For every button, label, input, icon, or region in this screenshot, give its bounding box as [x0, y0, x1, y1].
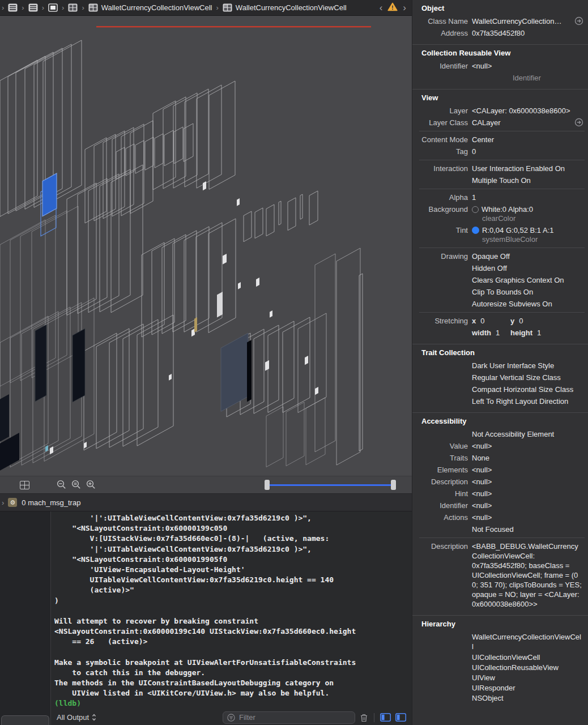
- value-line: Identifier: [472, 72, 582, 84]
- stretch-value: 1: [537, 329, 541, 337]
- disclosure-arrow-button[interactable]: [574, 16, 583, 25]
- inspector-row-label: Description: [417, 476, 468, 488]
- output-scope-selector[interactable]: All Output: [57, 713, 96, 722]
- breadcrumb-separator: ›: [22, 3, 24, 12]
- inspector-section-object: ObjectClass NameWalletCurrencyCollection…: [412, 0, 588, 44]
- inspector-row-value: Clip To Bounds On: [472, 286, 582, 298]
- clear-console-button[interactable]: [360, 713, 368, 722]
- warning-icon[interactable]: [387, 2, 398, 13]
- range-slider-right-handle[interactable]: [391, 480, 396, 490]
- value-line: Regular Vertical Size Class: [472, 372, 582, 383]
- inspector-row-value: width1height1: [472, 327, 582, 339]
- value-text: Hidden Off: [472, 264, 507, 272]
- jumpbar-crumb[interactable]: [48, 3, 58, 12]
- variables-view[interactable]: [0, 511, 51, 725]
- jumpbar-crumb[interactable]: [28, 3, 38, 12]
- value-text: Multiple Touch On: [472, 176, 531, 185]
- value-line: Multiple Touch On: [472, 174, 582, 186]
- row-divider: [419, 538, 585, 538]
- view-hierarchy-3d-wireframe[interactable]: [0, 16, 412, 476]
- zoom-out-button[interactable]: [54, 478, 69, 492]
- inspector-row-value: Hidden Off: [472, 262, 582, 274]
- forward-button[interactable]: ›: [403, 3, 406, 12]
- filter-input[interactable]: [238, 713, 351, 722]
- console-line: to catch this in the debugger.: [54, 668, 410, 678]
- inspector-row: Identifier<null>: [417, 500, 585, 511]
- zoom-actual-size-button[interactable]: [69, 478, 84, 492]
- console-output[interactable]: '|':UITableViewCellContentView:0x7fa35d6…: [51, 511, 412, 710]
- inspector-row: Tag0: [417, 146, 585, 157]
- inspector-row-label: [417, 383, 468, 395]
- stack-frame-label[interactable]: 0 mach_msg_trap: [22, 498, 80, 507]
- inspector-row-value: x0y0: [472, 315, 582, 327]
- jumpbar-crumb[interactable]: WalletCurrencyCollectionViewCell: [88, 3, 212, 12]
- jumpbar-crumb[interactable]: WalletCurrencyCollectionViewCell: [223, 3, 347, 12]
- breadcrumb-separator: ›: [2, 3, 4, 12]
- inspector-row-value: Multiple Touch On: [472, 174, 582, 186]
- bottom-bar-divider: [374, 713, 374, 722]
- disclosure-chevron[interactable]: ›: [2, 498, 4, 507]
- visible-range-slider[interactable]: [265, 480, 396, 490]
- value-line: Center: [472, 134, 582, 146]
- variables-view-bottom-panel[interactable]: [1, 715, 49, 725]
- inspector-row-label: [417, 523, 468, 535]
- console-line: [54, 606, 410, 616]
- section-title: Hierarchy: [421, 619, 585, 630]
- value-text: 0x7fa35d452f80: [472, 29, 525, 37]
- inspector-row: Clears Graphics Context On: [417, 274, 585, 286]
- view-mode-button[interactable]: [17, 478, 32, 492]
- jumpbar-crumb[interactable]: [68, 3, 78, 12]
- inspector-row-value: <null>: [472, 440, 582, 452]
- console-line: "<NSLayoutConstraint:0x6000019905f0: [54, 555, 410, 565]
- value-text: <CALayer: 0x6000038e8600>: [472, 106, 570, 115]
- inspector-row-label: [417, 395, 468, 407]
- jumpbar-crumb[interactable]: [8, 3, 18, 12]
- console-line: V:[UIStackView:0x7fa35d660ec0]-(8)-| (ac…: [54, 534, 410, 544]
- row-divider: [419, 248, 585, 248]
- range-slider-left-handle[interactable]: [265, 480, 270, 490]
- value-text: <null>: [472, 477, 492, 486]
- inspector-row: UICollectionReusableView: [417, 663, 585, 673]
- value-text: UIView: [472, 673, 495, 682]
- section-title: View: [421, 92, 585, 104]
- inspector-row-label: Tint: [417, 224, 468, 245]
- inspector-row: DrawingOpaque Off: [417, 250, 585, 262]
- inspector-row: InteractionUser Interaction Enabled On: [417, 163, 585, 174]
- inspector-row: Regular Vertical Size Class: [417, 372, 585, 383]
- inspector-row-label: Elements: [417, 464, 468, 476]
- inspector-row-value: Not Accessibility Element: [472, 428, 582, 440]
- selected-view[interactable]: [42, 173, 57, 216]
- inspector-row-label: [417, 72, 468, 84]
- inspector-row-value: UICollectionViewCell: [472, 652, 582, 663]
- value-line: CALayer: [472, 117, 582, 129]
- row-divider: [419, 131, 585, 131]
- row-divider: [419, 189, 585, 189]
- console-line: UITableViewCellContentView:0x7fa35d6219c…: [54, 575, 410, 585]
- value-text: <null>: [472, 62, 492, 70]
- value-text: <null>: [472, 501, 492, 510]
- jumpbar-crumb-label: WalletCurrencyCollectionViewCell: [236, 3, 347, 12]
- inspector-row-label: [417, 286, 468, 298]
- toggle-variables-view-button[interactable]: [380, 713, 391, 722]
- inspector-row-label: [417, 360, 468, 372]
- console-filter-field[interactable]: [223, 711, 355, 724]
- inspector-row: Autoresize Subviews On: [417, 298, 585, 310]
- disclosure-arrow-button[interactable]: [574, 118, 583, 127]
- toggle-console-view-button[interactable]: [395, 713, 406, 722]
- inspector-row-value: Autoresize Subviews On: [472, 298, 582, 310]
- zoom-in-button[interactable]: [84, 478, 99, 492]
- value-line: User Interaction Enabled On: [472, 163, 582, 174]
- stretch-value: 0: [480, 317, 484, 325]
- inspector-row: Multiple Touch On: [417, 174, 585, 186]
- inspector-row: Content ModeCenter: [417, 134, 585, 146]
- view-debugger-canvas[interactable]: [0, 16, 412, 476]
- console-line: "<NSLayoutConstraint:0x60000199c050: [54, 523, 410, 534]
- inspector-row: Layer ClassCALayer: [417, 117, 585, 129]
- inspector-row-value: 0x7fa35d452f80: [472, 27, 582, 39]
- value-text: R:0,04 G:0,52 B:1 A:1: [482, 226, 553, 234]
- inspector-row-value: NSObject: [472, 693, 582, 703]
- console-line: (lldb): [54, 698, 410, 709]
- back-button[interactable]: ‹: [380, 3, 383, 12]
- inspector-row-label: Identifier: [417, 500, 468, 511]
- value-text: <null>: [472, 489, 492, 498]
